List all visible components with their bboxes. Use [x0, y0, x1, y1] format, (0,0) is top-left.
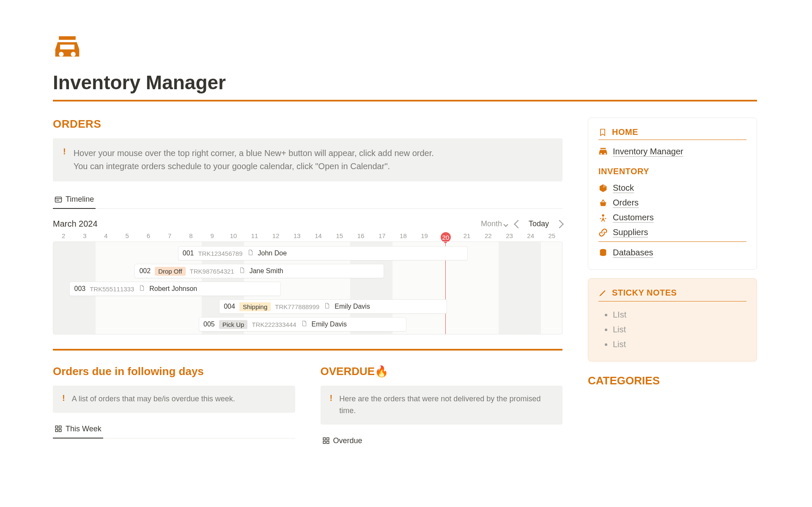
divider	[53, 349, 562, 351]
timeline-order-card[interactable]: 005Pick UpTRK222333444Emily Davis	[199, 317, 406, 332]
box-icon	[598, 184, 608, 193]
database-icon	[598, 248, 608, 258]
overdue-heading: OVERDUE🔥	[321, 365, 563, 378]
timeline-day: 24	[520, 232, 541, 242]
timeline-day: 18	[392, 232, 414, 242]
person-icon	[598, 213, 608, 222]
customer-name: Emily Davis	[335, 303, 370, 310]
svg-rect-12	[326, 438, 329, 440]
sidebar-link-orders[interactable]: Orders	[598, 195, 746, 210]
overdue-callout: ! Here are the orders that were not deli…	[321, 386, 563, 425]
svg-rect-7	[55, 426, 58, 428]
svg-rect-15	[601, 148, 606, 149]
doc-icon	[239, 266, 245, 276]
view-dropdown[interactable]: Month	[481, 219, 508, 228]
categories-heading: CATEGORIES	[588, 374, 757, 387]
sidebar-link-inventory-manager[interactable]: Inventory Manager	[598, 144, 746, 159]
timeline-day: 14	[307, 232, 329, 242]
tab-overdue[interactable]: Overdue	[321, 433, 364, 449]
sticky-note-item[interactable]: List	[613, 337, 746, 352]
sidebar-link-customers[interactable]: Customers	[598, 210, 746, 225]
doc-icon	[301, 320, 307, 329]
customer-name: Jane Smith	[250, 267, 283, 275]
timeline-order-card[interactable]: 001TRK123456789John Doe	[178, 246, 468, 260]
timeline-day: 4	[95, 232, 116, 242]
svg-point-2	[71, 52, 76, 57]
timeline-day: 6	[138, 232, 159, 242]
board-icon	[322, 437, 330, 444]
due-heading: Orders due in following days	[53, 365, 295, 378]
order-id: 002	[139, 267, 151, 275]
tracking-number: TRK123456789	[198, 250, 242, 257]
timeline-day: 16	[350, 232, 371, 242]
callout-line: You can integrate orders schedule to you…	[74, 160, 434, 173]
svg-rect-14	[326, 441, 329, 444]
page-title: Inventory Manager	[53, 71, 757, 101]
timeline: 2345678910111213141516171819202122232425…	[53, 232, 562, 334]
timeline-day: 21	[456, 232, 477, 242]
svg-rect-4	[55, 197, 62, 202]
home-heading: HOME	[612, 127, 638, 137]
svg-rect-3	[60, 45, 74, 49]
pen-icon	[598, 289, 607, 297]
timeline-day: 15	[329, 232, 350, 242]
order-id: 004	[224, 303, 235, 310]
tracking-number: TRK222333444	[252, 321, 296, 328]
svg-rect-10	[59, 430, 61, 432]
timeline-day: 7	[159, 232, 180, 242]
timeline-day: 25	[541, 232, 562, 242]
svg-rect-0	[59, 36, 76, 40]
timeline-day: 17	[371, 232, 392, 242]
status-badge: Shipping	[239, 302, 271, 311]
sidebar-nav: HOME Inventory Manager INVENTORY Stock O…	[588, 118, 757, 270]
sidebar-link-stock[interactable]: Stock	[598, 181, 746, 195]
sidebar-link-databases[interactable]: Databases	[598, 245, 746, 260]
svg-rect-9	[55, 430, 58, 432]
timeline-day: 2	[53, 232, 74, 242]
tab-label: Timeline	[66, 195, 94, 204]
sidebar-link-suppliers[interactable]: Suppliers	[598, 225, 746, 240]
board-icon	[55, 425, 62, 433]
timeline-order-card[interactable]: 003TRK555111333Robert Johnson	[69, 282, 280, 296]
svg-point-17	[604, 153, 606, 154]
page-truck-icon	[53, 34, 82, 63]
link-icon	[598, 228, 608, 237]
timeline-day: 8	[180, 232, 201, 242]
tab-this-week[interactable]: This Week	[53, 421, 103, 438]
svg-point-1	[59, 52, 63, 57]
callout-line: Hover your mouse over the top right corn…	[74, 147, 434, 160]
sticky-note-item[interactable]: LIst	[613, 307, 746, 322]
timeline-day: 19	[414, 232, 435, 242]
prev-button[interactable]	[514, 220, 522, 228]
tracking-number: TRK987654321	[190, 268, 234, 275]
bookmark-icon	[598, 128, 607, 137]
doc-icon	[324, 302, 330, 311]
inventory-heading: INVENTORY	[598, 167, 746, 178]
exclamation-icon: !	[62, 393, 65, 405]
timeline-day: 13	[286, 232, 307, 242]
timeline-day: 22	[477, 232, 499, 242]
sticky-note-item[interactable]: List	[613, 322, 746, 337]
svg-rect-13	[323, 441, 325, 444]
customer-name: John Doe	[258, 249, 287, 257]
doc-icon	[247, 249, 254, 258]
order-id: 005	[203, 321, 215, 328]
timeline-day: 23	[499, 232, 520, 242]
timeline-month: March 2024	[53, 219, 98, 229]
status-badge: Pick Up	[219, 320, 248, 329]
tab-timeline[interactable]: Timeline	[53, 192, 96, 209]
timeline-day: 5	[117, 232, 138, 242]
timeline-day: 10	[223, 232, 244, 242]
svg-rect-8	[59, 426, 61, 428]
timeline-order-card[interactable]: 004ShippingTRK777888999Emily Davis	[219, 299, 447, 314]
sticky-heading: STICKY NOTES	[612, 288, 677, 298]
customer-name: Robert Johnson	[149, 285, 197, 293]
timeline-icon	[55, 196, 62, 203]
today-button[interactable]: Today	[529, 219, 549, 228]
exclamation-icon: !	[63, 147, 66, 173]
timeline-day: 3	[74, 232, 95, 242]
timeline-order-card[interactable]: 002Drop OffTRK987654321Jane Smith	[134, 264, 384, 278]
tracking-number: TRK777888999	[275, 303, 319, 310]
next-button[interactable]	[555, 220, 564, 228]
timeline-day: 12	[265, 232, 286, 242]
